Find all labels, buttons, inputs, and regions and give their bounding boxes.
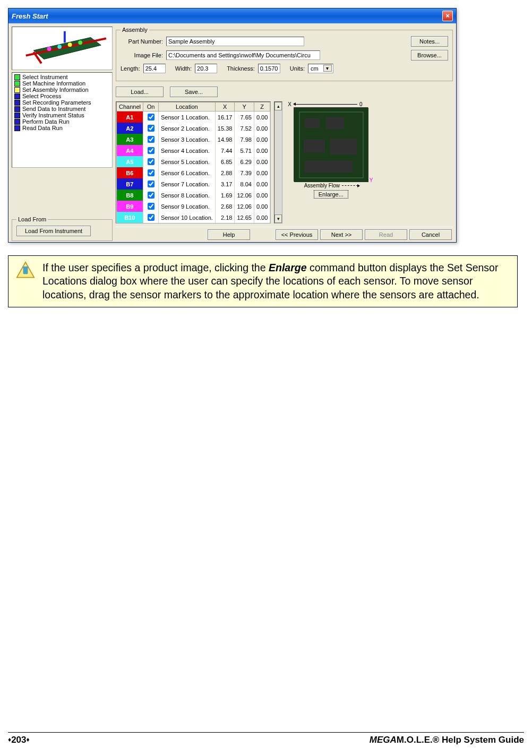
z-cell[interactable]: 0.00 [254, 201, 270, 212]
on-cell[interactable] [143, 178, 158, 190]
x-cell[interactable]: 14.98 [215, 134, 235, 145]
column-header[interactable]: Location [158, 102, 215, 111]
x-cell[interactable]: 2.88 [215, 167, 235, 178]
x-cell[interactable]: 16.17 [215, 111, 235, 123]
y-cell[interactable]: 12.06 [235, 201, 254, 212]
notes-button[interactable]: Notes... [411, 36, 448, 47]
z-cell[interactable]: 0.00 [254, 123, 270, 134]
on-checkbox[interactable] [148, 181, 155, 187]
image-file-input[interactable] [166, 50, 320, 60]
location-cell[interactable]: Sensor 9 Location. [158, 201, 215, 212]
on-checkbox[interactable] [148, 158, 155, 165]
read-button[interactable]: Read [365, 229, 407, 240]
on-cell[interactable] [143, 167, 158, 178]
wizard-step[interactable]: Send Data to Instrument [13, 106, 111, 112]
on-cell[interactable] [143, 156, 158, 167]
table-row[interactable]: A3Sensor 3 Location.14.987.980.00 [117, 134, 270, 145]
y-cell[interactable]: 5.71 [235, 145, 254, 156]
table-row[interactable]: B6Sensor 6 Location.2.887.390.00 [117, 167, 270, 178]
location-cell[interactable]: Sensor 6 Location. [158, 167, 215, 178]
y-cell[interactable]: 7.39 [235, 167, 254, 178]
load-button[interactable]: Load... [116, 87, 164, 97]
wizard-step[interactable]: Verify Instrument Status [13, 112, 111, 118]
z-cell[interactable]: 0.00 [254, 145, 270, 156]
column-header[interactable]: X [215, 102, 235, 111]
x-cell[interactable]: 6.85 [215, 156, 235, 167]
z-cell[interactable]: 0.00 [254, 190, 270, 201]
location-cell[interactable]: Sensor 8 Location. [158, 190, 215, 201]
table-row[interactable]: A5Sensor 5 Location.6.856.290.00 [117, 156, 270, 167]
next-button[interactable]: Next >> [320, 229, 363, 240]
save-button[interactable]: Save... [170, 87, 218, 97]
y-cell[interactable]: 7.65 [235, 111, 254, 123]
z-cell[interactable]: 0.00 [254, 134, 270, 145]
cancel-button[interactable]: Cancel [409, 229, 452, 240]
wizard-step[interactable]: Set Machine Information [13, 80, 111, 87]
y-cell[interactable]: 6.29 [235, 156, 254, 167]
table-row[interactable]: B7Sensor 7 Location.3.178.040.00 [117, 178, 270, 190]
x-cell[interactable]: 7.44 [215, 145, 235, 156]
wizard-step[interactable]: Set Assembly Information [13, 87, 111, 93]
close-icon[interactable]: × [442, 11, 453, 21]
units-select[interactable]: cm [308, 64, 333, 73]
column-header[interactable]: Channel [117, 102, 143, 111]
enlarge-button[interactable]: Enlarge... [314, 190, 348, 199]
scroll-up-icon[interactable]: ▴ [274, 102, 282, 110]
wizard-step[interactable]: Select Process [13, 93, 111, 99]
on-checkbox[interactable] [148, 125, 155, 132]
on-cell[interactable] [143, 212, 158, 223]
x-cell[interactable]: 3.17 [215, 178, 235, 190]
location-cell[interactable]: Sensor 1 Location. [158, 111, 215, 123]
wizard-step[interactable]: Select Instrument [13, 74, 111, 80]
width-input[interactable] [195, 64, 217, 73]
table-row[interactable]: A1Sensor 1 Location.16.177.650.00 [117, 111, 270, 123]
x-cell[interactable]: 1.69 [215, 190, 235, 201]
location-cell[interactable]: Sensor 4 Location. [158, 145, 215, 156]
wizard-step[interactable]: Set Recording Parameters [13, 99, 111, 106]
x-cell[interactable]: 2.68 [215, 201, 235, 212]
scroll-down-icon[interactable]: ▾ [274, 214, 282, 223]
preview-image[interactable]: Y [294, 107, 368, 182]
table-row[interactable]: A4Sensor 4 Location.7.445.710.00 [117, 145, 270, 156]
on-checkbox[interactable] [148, 169, 155, 176]
x-cell[interactable]: 2.18 [215, 212, 235, 223]
column-header[interactable]: Y [235, 102, 254, 111]
z-cell[interactable]: 0.00 [254, 212, 270, 223]
on-cell[interactable] [143, 123, 158, 134]
wizard-step[interactable]: Read Data Run [13, 125, 111, 131]
part-number-input[interactable] [166, 37, 304, 46]
load-from-instrument-button[interactable]: Load From Instrument [16, 226, 91, 236]
x-cell[interactable]: 15.38 [215, 123, 235, 134]
on-cell[interactable] [143, 134, 158, 145]
on-cell[interactable] [143, 201, 158, 212]
previous-button[interactable]: << Previous [276, 229, 318, 240]
on-cell[interactable] [143, 111, 158, 123]
on-checkbox[interactable] [148, 192, 155, 199]
location-cell[interactable]: Sensor 2 Location. [158, 123, 215, 134]
thickness-input[interactable] [258, 64, 280, 73]
z-cell[interactable]: 0.00 [254, 178, 270, 190]
wizard-step[interactable]: Perform Data Run [13, 118, 111, 125]
y-cell[interactable]: 7.98 [235, 134, 254, 145]
on-checkbox[interactable] [148, 147, 155, 154]
location-cell[interactable]: Sensor 5 Location. [158, 156, 215, 167]
table-row[interactable]: B10Sensor 10 Location.2.1812.650.00 [117, 212, 270, 223]
table-row[interactable]: B8Sensor 8 Location.1.6912.060.00 [117, 190, 270, 201]
on-checkbox[interactable] [148, 114, 155, 121]
on-cell[interactable] [143, 190, 158, 201]
z-cell[interactable]: 0.00 [254, 156, 270, 167]
table-row[interactable]: A2Sensor 2 Location.15.387.520.00 [117, 123, 270, 134]
z-cell[interactable]: 0.00 [254, 167, 270, 178]
on-cell[interactable] [143, 145, 158, 156]
length-input[interactable] [143, 64, 166, 73]
column-header[interactable]: Z [254, 102, 270, 111]
y-cell[interactable]: 12.06 [235, 190, 254, 201]
column-header[interactable]: On [143, 102, 158, 111]
y-cell[interactable]: 7.52 [235, 123, 254, 134]
y-cell[interactable]: 8.04 [235, 178, 254, 190]
location-cell[interactable]: Sensor 10 Location. [158, 212, 215, 223]
on-checkbox[interactable] [148, 214, 155, 221]
browse-button[interactable]: Browse... [411, 50, 448, 61]
z-cell[interactable]: 0.00 [254, 111, 270, 123]
on-checkbox[interactable] [148, 136, 155, 143]
